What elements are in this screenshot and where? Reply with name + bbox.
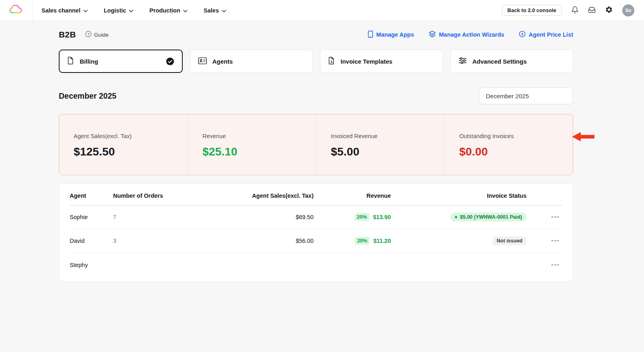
tab-advanced-settings[interactable]: Advanced Settings — [450, 50, 574, 73]
more-options-button[interactable]: ··· — [550, 260, 561, 270]
cell-actions: ··· — [526, 260, 561, 270]
id-card-icon — [198, 57, 207, 66]
cell-actions: ··· — [526, 236, 561, 246]
menu-logistic[interactable]: Logistic — [104, 7, 134, 14]
manage-action-wizards-link[interactable]: Manage Action Wizards — [429, 31, 504, 39]
stat-label: Outstanding Invoices — [459, 133, 573, 139]
month-selector[interactable]: December 2025 — [479, 87, 573, 104]
settings-tabs: Billing Agents $ Invoice Templates — [59, 50, 573, 73]
stat-revenue: Revenue $25.10 — [188, 114, 316, 175]
manage-apps-label: Manage Apps — [376, 31, 414, 38]
top-navigation: Sales channel Logistic Production Sales … — [0, 0, 644, 21]
cell-status: Not issued — [391, 236, 526, 245]
cell-revenue: 20% $11.20 — [314, 237, 391, 245]
annotation-arrow — [572, 131, 595, 144]
revenue-percent-badge: 20% — [355, 237, 369, 245]
billing-summary-card: Agent Sales(excl. Tax) $125.50 Revenue $… — [59, 114, 573, 175]
tab-invoice-templates[interactable]: $ Invoice Templates — [320, 50, 443, 73]
cell-orders: 3 — [113, 238, 226, 244]
agent-price-list-label: Agent Price List — [529, 31, 573, 38]
notifications-button[interactable] — [571, 6, 579, 15]
revenue-amount: $11.20 — [373, 238, 391, 244]
stat-value: $125.50 — [74, 145, 188, 158]
table-header-row: Agent Number of Orders Agent Sales(excl.… — [70, 186, 562, 205]
tab-agents[interactable]: Agents — [190, 50, 313, 73]
chevron-down-icon — [129, 7, 133, 14]
invoice-icon: $ — [328, 56, 335, 66]
guide-label: Guide — [94, 32, 109, 38]
cell-agent: David — [70, 238, 113, 244]
tab-billing[interactable]: Billing — [59, 50, 183, 73]
table-row: David 3 $56.00 20% $11.20 Not issued ··· — [70, 229, 562, 253]
stat-label: Revenue — [202, 133, 316, 139]
period-heading: December 2025 — [59, 91, 116, 101]
stat-label: Agent Sales(excl. Tax) — [74, 133, 188, 139]
agents-table-card: Agent Number of Orders Agent Sales(excl.… — [59, 183, 573, 282]
manage-apps-link[interactable]: Manage Apps — [368, 31, 414, 39]
chevron-down-icon — [222, 7, 226, 14]
user-avatar[interactable]: So — [622, 4, 634, 17]
col-header-sales: Agent Sales(excl. Tax) — [226, 193, 314, 199]
stat-value: $5.00 — [331, 145, 444, 158]
page-header: B2B ? Guide Manage Apps Manage Action — [59, 30, 573, 39]
cell-agent: Stephy — [70, 262, 113, 268]
status-badge: $5.00 (YWNWA-0001 Paid) — [450, 213, 526, 222]
gear-icon — [605, 6, 613, 15]
stat-outstanding-invoices: Outstanding Invoices $0.00 — [444, 114, 573, 175]
manage-action-wizards-label: Manage Action Wizards — [439, 31, 504, 38]
cell-sales: $56.00 — [226, 238, 314, 244]
bell-icon — [571, 6, 579, 15]
col-header-status: Invoice Status — [391, 193, 526, 199]
svg-text:?: ? — [87, 32, 89, 36]
document-icon — [67, 56, 74, 66]
table-row: Sophie 7 $69.50 20% $13.90 $5.00 (YWNWA-… — [70, 205, 562, 229]
stat-label: Invoiced Revenue — [331, 133, 444, 139]
cell-revenue: 20% $13.90 — [314, 213, 391, 221]
settings-button[interactable] — [605, 6, 613, 15]
cell-agent: Sophie — [70, 214, 113, 220]
header-links: Manage Apps Manage Action Wizards $ Agen… — [368, 31, 573, 39]
inbox-tray-icon — [588, 6, 596, 15]
guide-link[interactable]: ? Guide — [85, 31, 109, 39]
paid-dot-icon — [455, 216, 457, 218]
svg-text:$: $ — [330, 60, 332, 64]
sliders-icon — [458, 57, 467, 66]
menu-label: Sales channel — [41, 7, 80, 14]
col-header-revenue: Revenue — [314, 193, 391, 199]
menu-sales-channel[interactable]: Sales channel — [41, 7, 88, 14]
stat-invoiced-revenue: Invoiced Revenue $5.00 — [316, 114, 444, 175]
menu-production[interactable]: Production — [149, 7, 188, 14]
stat-agent-sales: Agent Sales(excl. Tax) $125.50 — [59, 114, 188, 175]
page-title: B2B — [59, 30, 76, 39]
main-menus: Sales channel Logistic Production Sales — [41, 7, 226, 14]
more-options-button[interactable]: ··· — [550, 212, 561, 222]
tab-advanced-settings-label: Advanced Settings — [473, 58, 527, 65]
agent-price-list-link[interactable]: $ Agent Price List — [519, 31, 573, 39]
revenue-amount: $13.90 — [373, 214, 391, 220]
table-row: Stephy ··· — [70, 253, 562, 277]
cell-sales: $69.50 — [226, 214, 314, 220]
stat-value: $25.10 — [202, 145, 316, 158]
app-logo[interactable] — [0, 0, 33, 21]
layers-icon — [429, 31, 436, 39]
cloud-logo-icon — [9, 4, 23, 17]
inbox-button[interactable] — [588, 6, 596, 15]
back-to-console-button[interactable]: Back to 2.0 console — [502, 5, 562, 16]
stat-value: $0.00 — [459, 145, 573, 158]
dollar-circle-icon: $ — [519, 31, 526, 39]
tab-billing-label: Billing — [80, 58, 98, 65]
col-header-orders: Number of Orders — [113, 193, 226, 199]
month-selector-value: December 2025 — [486, 93, 529, 99]
more-options-button[interactable]: ··· — [550, 236, 561, 246]
check-circle-icon — [166, 57, 174, 66]
menu-label: Production — [149, 7, 180, 14]
tab-agents-label: Agents — [213, 58, 233, 65]
cell-status: $5.00 (YWNWA-0001 Paid) — [391, 213, 526, 222]
tab-invoice-templates-label: Invoice Templates — [341, 58, 392, 65]
status-text: $5.00 (YWNWA-0001 Paid) — [460, 214, 522, 220]
menu-sales[interactable]: Sales — [204, 7, 226, 14]
col-header-agent: Agent — [70, 193, 113, 199]
main-content: B2B ? Guide Manage Apps Manage Action — [59, 21, 573, 282]
period-row: December 2025 December 2025 — [59, 87, 573, 104]
cell-actions: ··· — [526, 212, 561, 222]
